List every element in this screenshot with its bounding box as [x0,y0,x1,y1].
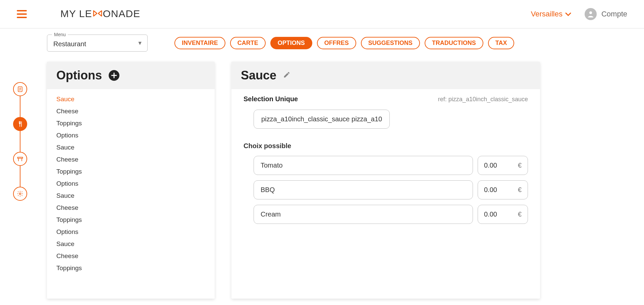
tab-carte[interactable]: CARTE [230,37,266,49]
brand-text-left: MY LE [60,8,92,19]
option-item[interactable]: Toppings [47,166,215,178]
choices-section-title: Choix possible [244,142,528,150]
bowtie-icon [93,8,102,19]
choice-price-input[interactable]: 0.00€ [478,156,528,175]
tab-offres[interactable]: OFFRES [317,37,356,49]
option-item[interactable]: Toppings [47,117,215,129]
option-item[interactable]: Sauce [47,190,215,202]
rail-notes-icon[interactable] [13,82,27,96]
tab-options[interactable]: OPTIONS [270,37,312,49]
detail-panel-title: Sauce [241,68,276,82]
account-menu[interactable]: Compte [585,8,627,20]
menu-dropdown[interactable]: Menu Restaurant ▼ [47,35,148,52]
choice-name-input[interactable]: Tomato [254,156,473,175]
svg-point-0 [589,11,592,14]
selection-type-label: Selection Unique [244,95,298,103]
options-panel-title: Options [56,68,102,82]
choice-name-input[interactable]: Cream [254,205,473,224]
ref-prefix: ref: [438,96,447,103]
app-header: MY LE ONADE Versailles Compte [0,0,644,28]
choices-list: Tomato0.00€BBQ0.00€Cream0.00€ [244,156,528,224]
rail-settings-icon[interactable] [13,187,27,201]
menu-dropdown-label: Menu [52,32,68,37]
tab-inventaire[interactable]: INVENTAIRE [174,37,225,49]
choice-row: BBQ0.00€ [254,180,528,199]
edit-icon[interactable] [283,71,290,80]
svg-point-8 [19,193,21,195]
choice-price-input[interactable]: 0.00€ [478,180,528,199]
menu-toggle-icon[interactable] [17,10,27,18]
rail-connector [20,131,20,152]
option-item[interactable]: Options [47,178,215,190]
brand-text-right: ONADE [103,8,141,19]
option-item[interactable]: Options [47,226,215,238]
option-item[interactable]: Toppings [47,214,215,226]
location-selector[interactable]: Versailles [531,10,571,18]
add-option-button[interactable] [109,70,119,81]
options-panel: Options SauceCheeseToppingsOptionsSauceC… [47,62,215,299]
location-label: Versailles [531,10,562,18]
choice-row: Tomato0.00€ [254,156,528,175]
ref-chip[interactable]: pizza_a10inch_classic_sauce pizza_a10 [254,110,390,129]
detail-panel: Sauce Selection Unique ref: pizza_a10inc… [231,62,540,299]
menu-dropdown-value: Restaurant [53,40,86,48]
choice-price-input[interactable]: 0.00€ [478,205,528,224]
side-rail [0,28,40,305]
choice-row: Cream0.00€ [254,205,528,224]
option-item[interactable]: Toppings [47,262,215,274]
option-item[interactable]: Cheese [47,202,215,214]
ref-value: pizza_a10inch_classic_sauce [448,96,528,103]
tab-suggestions[interactable]: SUGGESTIONS [361,37,420,49]
rail-connector [20,96,20,117]
chevron-down-icon [565,10,571,18]
avatar-icon [585,8,597,20]
tab-tax[interactable]: TAX [488,37,515,49]
rail-menu-icon[interactable] [13,117,27,131]
rail-tables-icon[interactable] [13,152,27,166]
brand-logo: MY LE ONADE [60,8,140,20]
option-item[interactable]: Sauce [47,93,215,105]
option-ref: ref: pizza_a10inch_classic_sauce [438,96,528,103]
option-item[interactable]: Sauce [47,238,215,250]
choice-name-input[interactable]: BBQ [254,180,473,199]
option-item[interactable]: Cheese [47,154,215,166]
rail-connector [20,166,20,187]
option-item[interactable]: Cheese [47,105,215,117]
tab-traductions[interactable]: TRADUCTIONS [425,37,483,49]
option-item[interactable]: Sauce [47,141,215,154]
svg-rect-5 [18,157,23,158]
option-item[interactable]: Options [47,129,215,141]
options-list: SauceCheeseToppingsOptionsSauceCheeseTop… [47,93,215,274]
option-item[interactable]: Cheese [47,250,215,262]
caret-down-icon: ▼ [137,40,143,46]
account-label: Compte [601,10,627,18]
tab-bar: INVENTAIRECARTEOPTIONSOFFRESSUGGESTIONST… [174,37,514,49]
